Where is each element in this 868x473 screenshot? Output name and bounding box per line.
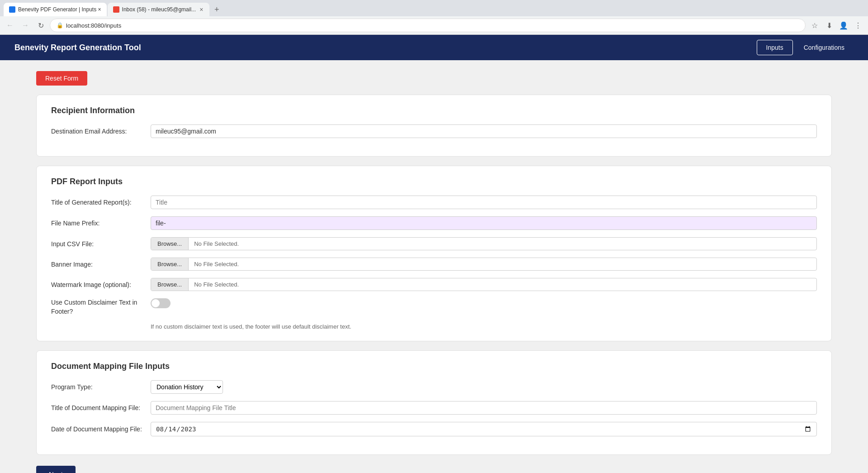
watermark-browse-button[interactable]: Browse... — [151, 278, 189, 291]
csv-browse-button[interactable]: Browse... — [151, 238, 189, 250]
email-label: Destination Email Address: — [51, 128, 151, 135]
browser-actions: ☆ ⬇ 👤 ⋮ — [808, 19, 864, 32]
address-bar[interactable]: 🔒 localhost:8080/inputs — [50, 19, 806, 32]
report-title-row: Title of Generated Report(s): — [51, 196, 817, 209]
back-button[interactable]: ← — [4, 19, 16, 32]
email-input[interactable] — [151, 124, 817, 138]
watermark-label: Watermark Image (optional): — [51, 281, 151, 288]
csv-file-input-wrapper: Browse... No File Selected. — [151, 237, 817, 250]
watermark-row: Watermark Image (optional): Browse... No… — [51, 278, 817, 291]
banner-label: Banner Image: — [51, 261, 151, 268]
watermark-file-input-wrapper: Browse... No File Selected. — [151, 278, 817, 291]
download-icon[interactable]: ⬇ — [823, 19, 835, 32]
mapping-title-label: Title of Document Mapping File: — [51, 404, 151, 411]
menu-icon[interactable]: ⋮ — [852, 19, 864, 32]
disclaimer-toggle-label: Use Custom Disclaimer Text in Footer? — [51, 298, 151, 316]
recipient-section: Recipient Information Destination Email … — [36, 95, 832, 157]
report-title-label: Title of Generated Report(s): — [51, 199, 151, 206]
bookmark-icon[interactable]: ☆ — [808, 19, 821, 32]
banner-row: Banner Image: Browse... No File Selected… — [51, 258, 817, 271]
nav-configurations[interactable]: Configurations — [795, 40, 854, 55]
reset-form-button[interactable]: Reset Form — [36, 71, 87, 86]
file-prefix-label: File Name Prefix: — [51, 220, 151, 227]
csv-file-row: Input CSV File: Browse... No File Select… — [51, 237, 817, 250]
address-bar-row: ← → ↻ 🔒 localhost:8080/inputs ☆ ⬇ 👤 ⋮ — [0, 16, 868, 34]
report-title-input[interactable] — [151, 196, 817, 209]
next-button[interactable]: Next — [36, 466, 76, 473]
program-type-select[interactable]: Donation History Volunteering Matching — [151, 380, 223, 394]
tab-bar: Benevity PDF Generator | Inputs × Inbox … — [0, 0, 868, 16]
disclaimer-note: If no custom disclaimer text is used, th… — [151, 323, 817, 330]
recipient-section-title: Recipient Information — [51, 106, 817, 115]
file-prefix-input[interactable] — [151, 216, 817, 230]
mapping-date-label: Date of Document Mapping File: — [51, 425, 151, 433]
file-prefix-row: File Name Prefix: — [51, 216, 817, 230]
tab-title-benevity: Benevity PDF Generator | Inputs × — [18, 6, 101, 13]
mapping-title-input[interactable] — [151, 401, 817, 415]
forward-button[interactable]: → — [19, 19, 32, 32]
app-brand: Benevity Report Generation Tool — [14, 43, 141, 53]
csv-label: Input CSV File: — [51, 240, 151, 248]
email-row: Destination Email Address: — [51, 124, 817, 138]
tab-close-gmail[interactable]: × — [199, 5, 204, 14]
csv-file-name: No File Selected. — [189, 238, 244, 250]
tab-benevity[interactable]: Benevity PDF Generator | Inputs × — [4, 3, 107, 16]
mapping-section: Document Mapping File Inputs Program Typ… — [36, 350, 832, 455]
program-type-row: Program Type: Donation History Volunteer… — [51, 380, 817, 394]
disclaimer-toggle-wrapper — [151, 298, 171, 308]
new-tab-button[interactable]: + — [210, 3, 223, 16]
profile-icon[interactable]: 👤 — [837, 19, 850, 32]
mapping-date-input[interactable] — [151, 422, 817, 436]
banner-file-input-wrapper: Browse... No File Selected. — [151, 258, 817, 271]
program-type-label: Program Type: — [51, 383, 151, 391]
tab-gmail[interactable]: Inbox (58) - mileuc95@gmail... × — [108, 3, 210, 16]
disclaimer-toggle[interactable] — [151, 298, 171, 308]
lock-icon: 🔒 — [57, 22, 63, 29]
browser-chrome: Benevity PDF Generator | Inputs × Inbox … — [0, 0, 868, 35]
watermark-file-name: No File Selected. — [189, 278, 244, 291]
app-navbar: Benevity Report Generation Tool Inputs C… — [0, 35, 868, 60]
banner-browse-button[interactable]: Browse... — [151, 258, 189, 270]
tab-favicon-benevity — [9, 6, 15, 13]
disclaimer-toggle-row: Use Custom Disclaimer Text in Footer? — [51, 298, 817, 316]
mapping-title-row: Title of Document Mapping File: — [51, 401, 817, 415]
main-content: Reset Form Recipient Information Destina… — [0, 60, 868, 473]
mapping-section-title: Document Mapping File Inputs — [51, 362, 817, 371]
app-nav-links: Inputs Configurations — [757, 40, 854, 55]
banner-file-name: No File Selected. — [189, 258, 244, 270]
pdf-section-title: PDF Report Inputs — [51, 177, 817, 186]
reload-button[interactable]: ↻ — [34, 19, 47, 32]
tab-title-gmail: Inbox (58) - mileuc95@gmail... — [122, 6, 196, 13]
nav-inputs[interactable]: Inputs — [757, 40, 793, 55]
mapping-date-row: Date of Document Mapping File: — [51, 422, 817, 436]
address-text: localhost:8080/inputs — [66, 22, 121, 29]
tab-favicon-gmail — [113, 6, 119, 13]
pdf-section: PDF Report Inputs Title of Generated Rep… — [36, 166, 832, 341]
